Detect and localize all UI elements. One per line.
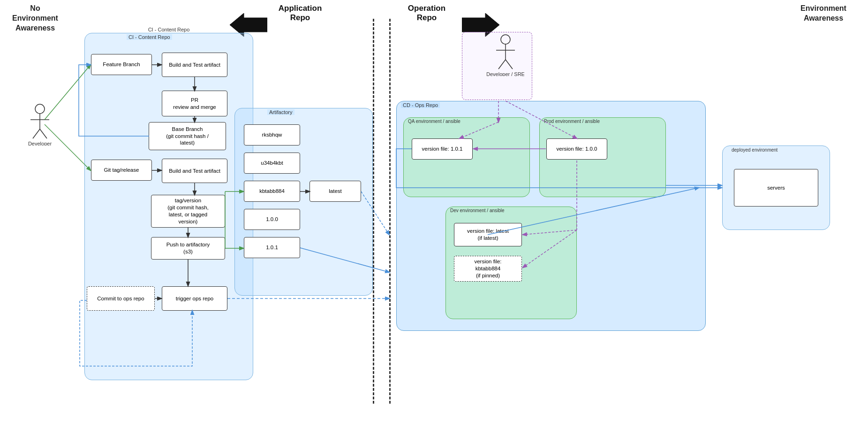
v100-box: 1.0.0 [244, 209, 300, 230]
latest-box: latest [309, 181, 361, 202]
ci-label-text: CI - Content Repo [127, 34, 172, 40]
build-test-2-box: Build and Test artifact [162, 159, 227, 183]
ops-repo-title: OperationRepo [394, 4, 460, 23]
diagram-container: NoEnvironmentAwareness EnvironmentAwaren… [0, 0, 868, 421]
feature-branch-box: Feature Branch [91, 54, 152, 75]
no-env-awareness-label: NoEnvironmentAwareness [5, 4, 66, 33]
tag-version-box: tag/version(git commit hash,latest, or t… [151, 195, 225, 228]
pr-review-box: PRreview and merge [162, 91, 227, 116]
svg-line-5 [33, 129, 40, 138]
svg-point-2 [35, 104, 45, 114]
svg-text:Developer: Developer [28, 141, 52, 145]
qa-version-box: version file: 1.0.1 [412, 138, 473, 160]
svg-line-11 [498, 60, 506, 69]
dev-env-label-text: Dev environment / ansible [450, 208, 505, 213]
qa-env-label-text: QA environment / ansible [408, 119, 460, 124]
cd-ops-label-text: CD - Ops Repo [401, 102, 440, 108]
trigger-ops-box: trigger ops repo [162, 286, 227, 311]
developer-sre-figure: Developer / SRE [487, 34, 524, 76]
commit-ops-box: Commit to ops repo [87, 286, 155, 311]
svg-line-12 [506, 60, 513, 69]
artifactory-label-text: Artifactory [267, 109, 294, 115]
right-divider [389, 19, 391, 404]
base-branch-box: Base Branch(git commit hash /latest) [149, 122, 226, 150]
svg-point-8 [501, 35, 510, 44]
deployed-env-label-text: deployed environment [732, 147, 777, 153]
prod-version-box: version file: 1.0.0 [546, 138, 607, 160]
kbtabb884-box: kbtabb884 [244, 181, 300, 202]
v101-box: 1.0.1 [244, 237, 300, 258]
svg-text:Developer / SRE: Developer / SRE [487, 71, 524, 76]
servers-box: servers [734, 169, 818, 207]
ci-content-repo-label: CI - Content Repo [148, 27, 190, 32]
git-tag-box: Git tag/release [91, 160, 152, 181]
build-test-1-box: Build and Test artifact [162, 53, 227, 77]
env-awareness-label: EnvironmentAwareness [784, 4, 863, 23]
prod-env-label-text: Prod environment / ansible [544, 119, 600, 124]
u34b4kbt-box: u34b4kbt [244, 153, 300, 174]
developer-figure: Developer [26, 103, 54, 145]
app-repo-title: ApplicationRepo [267, 4, 333, 23]
push-artifactory-box: Push to artifactory(s3) [151, 237, 225, 260]
dev-version-pinned-box: version file:kbtabb884(if pinned) [454, 256, 522, 282]
dev-version-latest-box: version file: latest(if latest) [454, 223, 522, 246]
left-divider [373, 19, 374, 404]
svg-line-6 [40, 129, 47, 138]
rksbhqw-box: rksbhqw [244, 124, 300, 145]
